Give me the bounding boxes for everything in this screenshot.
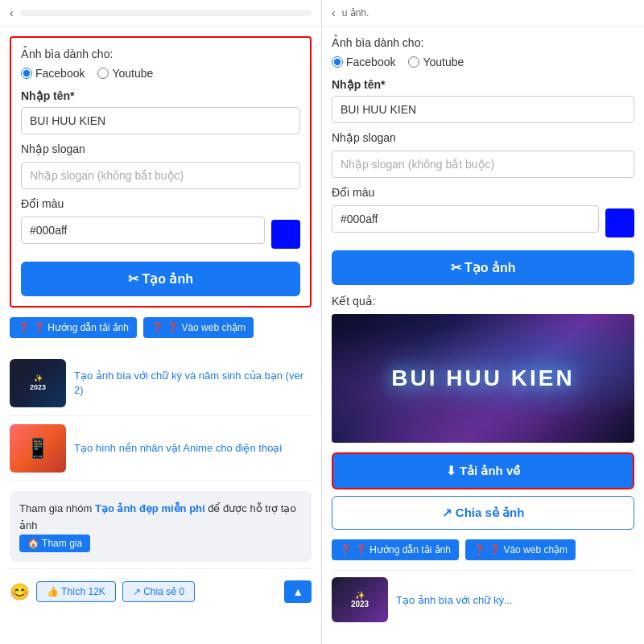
radio-facebook-label-left: Facebook (35, 67, 85, 80)
color-label-left: Đổi màu (21, 197, 300, 210)
article-thumb-2: 📱 (10, 424, 66, 473)
radio-youtube-label-right: Youtube (423, 56, 464, 68)
radio-facebook-label-right: Facebook (346, 56, 395, 68)
scroll-top-btn-left[interactable]: ▲ (284, 580, 312, 603)
radio-youtube-left[interactable]: Youtube (97, 67, 153, 80)
color-swatch-left[interactable] (271, 220, 300, 249)
create-button-left[interactable]: ✂ Tạo ảnh (21, 262, 300, 296)
slow-web-btn-left[interactable]: ❓ ❓ Vào web chậm (143, 317, 254, 338)
share-social-btn-left[interactable]: ↗ Chia sẻ 0 (122, 581, 195, 602)
radio-facebook-right[interactable]: Facebook (332, 56, 395, 68)
color-input-right[interactable] (332, 205, 599, 233)
article-item-1[interactable]: ✨2023 Tạo ảnh bìa với chữ ký và năm sinh… (10, 351, 312, 416)
name-field-label-right: Nhập tên* (332, 78, 634, 91)
article-list-left: ✨2023 Tạo ảnh bìa với chữ ký và năm sinh… (10, 351, 312, 481)
result-image-text: BUI HUU KIEN (391, 365, 574, 391)
slogan-label-left: Nhập slogan (21, 142, 300, 155)
color-label-right: Đổi màu (332, 186, 634, 199)
color-swatch-right[interactable] (605, 208, 634, 237)
article-text-2: Tạo hình nền nhân vật Anime cho điện tho… (74, 441, 312, 456)
join-link-text: Tạo ảnh đẹp miễn phí (95, 502, 205, 514)
radio-facebook-input-left[interactable] (21, 68, 32, 79)
name-input-right[interactable] (332, 96, 634, 123)
social-row-left: 😊 👍 Thích 12K ↗ Chia sẻ 0 ▲ (10, 568, 312, 614)
radio-group-right: Facebook Youtube (332, 56, 634, 68)
thumb-text-2: 📱 (26, 437, 50, 460)
left-header: ‹ (0, 0, 321, 27)
result-image: BUI HUU KIEN (332, 314, 634, 443)
right-panel: ‹ u ảnh. Ảnh bìa dành cho: Facebook Yout… (322, 0, 644, 644)
share-image-btn[interactable]: ↗ Chia sẻ ảnh (332, 496, 634, 530)
guide-btn-left[interactable]: ❓ ❓ Hướng dẫn tải ảnh (10, 317, 137, 338)
radio-youtube-right[interactable]: Youtube (408, 56, 464, 68)
result-label: Kết quả: (332, 295, 634, 308)
action-links-left: ❓ ❓ Hướng dẫn tải ảnh ❓ ❓ Vào web chậm (10, 317, 312, 338)
color-row-right (332, 205, 634, 241)
article-item-2[interactable]: 📱 Tạo hình nền nhân vật Anime cho điện t… (10, 416, 312, 481)
create-button-right[interactable]: ✂ Tạo ảnh (332, 250, 634, 285)
article-thumb-1: ✨2023 (10, 359, 66, 407)
left-content: Ảnh bìa dành cho: Facebook Youtube Nhập … (0, 27, 321, 624)
color-input-left[interactable] (21, 217, 265, 244)
guide-btn-right[interactable]: ❓ ❓ Hướng dẫn tải ảnh (332, 539, 459, 560)
right-article-text: Tạo ảnh bìa với chữ ký... (396, 594, 513, 606)
result-section: Kết quả: BUI HUU KIEN ⬇ Tải ảnh về ↗ Chi… (332, 295, 634, 530)
join-text-1: Tham gia nhóm (19, 502, 95, 514)
right-article-thumb: ✨2023 (332, 577, 388, 622)
slogan-input-left[interactable] (21, 162, 300, 189)
like-btn-left[interactable]: 👍 Thích 12K (36, 581, 116, 602)
url-bar-left (20, 10, 312, 16)
slogan-label-right: Nhập slogan (332, 131, 634, 144)
radio-facebook-input-right[interactable] (332, 56, 343, 68)
right-article-item[interactable]: ✨2023 Tạo ảnh bìa với chữ ký... (332, 570, 634, 629)
emoji-left: 😊 (10, 577, 30, 606)
url-bar-right: u ảnh. (342, 7, 369, 19)
radio-youtube-input-right[interactable] (408, 56, 419, 68)
right-thumb-icon: ✨2023 (351, 591, 369, 609)
radio-youtube-input-left[interactable] (97, 68, 109, 79)
form-box-left: Ảnh bìa dành cho: Facebook Youtube Nhập … (10, 36, 312, 308)
download-btn[interactable]: ⬇ Tải ảnh về (332, 452, 634, 489)
right-content: Ảnh bìa dành cho: Facebook Youtube Nhập … (322, 27, 644, 638)
slogan-input-right[interactable] (332, 151, 634, 178)
left-panel: ‹ Ảnh bìa dành cho: Facebook Youtube Nhậ… (0, 0, 322, 644)
thumb-text-1: ✨2023 (27, 371, 49, 395)
action-links-right: ❓ ❓ Hướng dẫn tải ảnh ❓ ❓ Vào web chậm (332, 539, 634, 560)
back-chevron-left[interactable]: ‹ (10, 6, 14, 19)
radio-facebook-left[interactable]: Facebook (21, 67, 85, 80)
section-label-right: Ảnh bìa dành cho: (332, 36, 634, 49)
question-icon-slow-right: ❓ (473, 544, 485, 555)
name-input-left[interactable] (21, 107, 300, 134)
radio-youtube-label-left: Youtube (112, 67, 153, 80)
question-icon-guide-right: ❓ (340, 544, 352, 555)
question-icon-slow-left: ❓ (151, 322, 163, 333)
article-text-1: Tạo ảnh bìa với chữ ký và năm sinh của b… (74, 369, 312, 398)
back-chevron-right[interactable]: ‹ (332, 6, 336, 19)
color-row-left (21, 217, 300, 252)
slow-web-btn-right[interactable]: ❓ ❓ Vào web chậm (465, 539, 576, 560)
question-icon-left: ❓ (18, 322, 30, 333)
radio-group-left: Facebook Youtube (21, 67, 300, 80)
name-field-label-left: Nhập tên* (21, 89, 300, 102)
join-group-btn[interactable]: 🏠 Tham gia (19, 535, 90, 552)
section-label-left: Ảnh bìa dành cho: (21, 47, 300, 60)
join-group-box: Tham gia nhóm Tạo ảnh đẹp miễn phí để đư… (10, 491, 312, 562)
right-header: ‹ u ảnh. (322, 0, 644, 27)
